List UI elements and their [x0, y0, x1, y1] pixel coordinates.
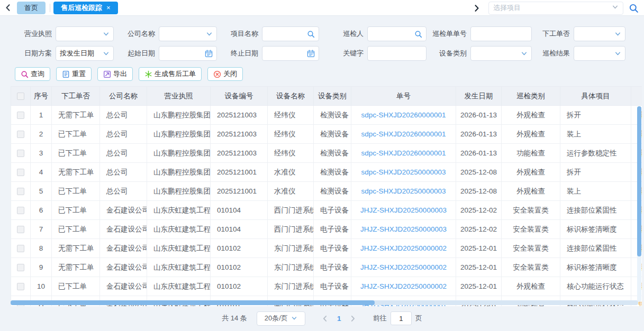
- row-checkbox[interactable]: [17, 169, 24, 176]
- page-size-select[interactable]: 20条/页: [257, 311, 305, 326]
- row-checkbox[interactable]: [17, 226, 24, 233]
- filter-label: 终止日期: [228, 49, 258, 58]
- search-icon: [414, 30, 422, 38]
- row-checkbox-cell: [11, 239, 31, 258]
- order-number-link[interactable]: sdpc-SHXJD20250000003: [361, 187, 446, 195]
- filter-select[interactable]: [574, 46, 625, 61]
- column-header: 发生日期: [456, 87, 502, 106]
- goto-page-input[interactable]: [391, 311, 412, 325]
- vertical-scrollbar-track[interactable]: [637, 106, 641, 302]
- table-cell: sdpc-SHXJD20250000003: [351, 163, 456, 182]
- table-cell: sdpc-SHXJD20260000001: [351, 125, 456, 144]
- table-cell: 5: [31, 182, 52, 201]
- table-cell: 标识标签清晰度: [560, 258, 631, 277]
- table-header-row: 序号下工单否公司名称营业执照设备编号设备名称设备类别单号发生日期巡检类别具体项目: [11, 87, 642, 106]
- order-number-link[interactable]: JHJZ-SHXJD20250000003: [360, 206, 447, 214]
- generate-work-order-button[interactable]: 生成售后工单: [139, 67, 202, 81]
- table-cell: 010104: [211, 220, 268, 239]
- column-header: 营业执照: [147, 87, 211, 106]
- search-icon[interactable]: [629, 3, 639, 13]
- row-checkbox[interactable]: [17, 188, 24, 195]
- order-number-link[interactable]: JHJZ-SHXJD20250000003: [360, 225, 447, 233]
- chevron-right-icon[interactable]: [470, 2, 482, 14]
- select-all-checkbox[interactable]: [17, 93, 24, 100]
- table-cell: 外观检查: [502, 182, 560, 201]
- table-cell: 东门门进系统: [268, 239, 314, 258]
- search-icon: [307, 30, 315, 38]
- filter-search-input[interactable]: [262, 26, 319, 41]
- table-cell: 山东鹏程控股集团有限公司: [147, 125, 211, 144]
- column-header: 公司名称: [100, 87, 147, 106]
- order-number-link[interactable]: JHJZ-SHXJD20250000002: [360, 263, 447, 271]
- table-row: 4无需下工单总公司山东鹏程控股集团有限公司2025121001水准仪检测设备sd…: [11, 163, 642, 182]
- filter-select[interactable]: [159, 26, 217, 41]
- filter-search-input[interactable]: [367, 26, 427, 41]
- column-header: 设备编号: [211, 87, 268, 106]
- table-row: 5已下工单总公司山东鹏程控股集团有限公司2025121001水准仪检测设备sdp…: [11, 182, 642, 201]
- export-button[interactable]: 导出: [97, 67, 133, 81]
- horizontal-scrollbar-track[interactable]: [11, 300, 638, 305]
- chevron-left-icon[interactable]: [2, 2, 14, 14]
- next-page-icon[interactable]: [347, 312, 359, 325]
- asterisk-icon: [144, 70, 152, 78]
- order-number-link[interactable]: sdpc-SHXJD20260000001: [361, 130, 446, 138]
- filter-text-input[interactable]: [367, 46, 427, 61]
- close-button[interactable]: 关闭: [207, 67, 243, 81]
- horizontal-scrollbar-thumb[interactable]: [11, 300, 375, 305]
- filter-input-field[interactable]: [475, 30, 528, 38]
- order-number-link[interactable]: sdpc-SHXJD20260000001: [361, 111, 446, 119]
- filter-select[interactable]: 按发生日期: [56, 46, 114, 61]
- filter-label: 巡检结果: [540, 49, 570, 58]
- filter-date-input[interactable]: [262, 46, 319, 61]
- filter-input-field[interactable]: [163, 50, 203, 58]
- tab-after-sales-inspection[interactable]: 售后巡检跟踪 ×: [53, 2, 118, 14]
- row-checkbox-cell: [11, 144, 31, 163]
- tab-divider: [50, 4, 50, 12]
- row-checkbox[interactable]: [17, 207, 24, 214]
- order-number-link[interactable]: sdpc-SHXJD20260000001: [361, 149, 446, 157]
- table-cell: 电子设备: [314, 258, 351, 277]
- tab-close-icon[interactable]: ×: [106, 4, 111, 12]
- table-row: 3已下工单总公司山东鹏程控股集团有限公司2025121003经纬仪检测设备sdp…: [11, 144, 642, 163]
- table-cell: 山东鹏程控股集团有限公司: [147, 163, 211, 182]
- row-checkbox[interactable]: [17, 112, 24, 119]
- row-checkbox[interactable]: [17, 245, 24, 252]
- goto-label: 前往: [373, 314, 387, 323]
- order-number-link[interactable]: JHJZ-SHXJD20250000002: [360, 282, 447, 290]
- filter-panel: 营业执照公司名称项目名称巡检人巡检单单号下工单否日期方案按发生日期起始日期终止日…: [0, 16, 644, 86]
- table-cell: JHJZ-SHXJD20250000002: [351, 239, 456, 258]
- filter-input-field[interactable]: [266, 30, 305, 38]
- table-cell: 西门门进系统: [268, 220, 314, 239]
- reset-button[interactable]: 重置: [56, 67, 92, 81]
- query-button[interactable]: 查询: [15, 67, 50, 81]
- project-select[interactable]: 选择项目: [488, 2, 623, 15]
- vertical-scrollbar-thumb[interactable]: [637, 106, 641, 256]
- table-cell: 拆开: [560, 106, 631, 125]
- filter-select[interactable]: [574, 26, 625, 41]
- order-number-link[interactable]: JHJZ-SHXJD20250000002: [360, 244, 447, 252]
- table-cell: 2025121003: [211, 144, 268, 163]
- table-cell: 总公司: [100, 163, 147, 182]
- row-checkbox[interactable]: [17, 283, 24, 290]
- filter-input-field[interactable]: [371, 30, 412, 38]
- row-checkbox[interactable]: [17, 150, 24, 157]
- table-cell: 标识标签清晰度: [560, 220, 631, 239]
- prev-page-icon[interactable]: [319, 312, 332, 325]
- filter-input-field[interactable]: [266, 50, 305, 58]
- column-header: 设备类别: [314, 87, 351, 106]
- row-checkbox[interactable]: [17, 131, 24, 138]
- order-number-link[interactable]: sdpc-SHXJD20250000003: [361, 168, 446, 176]
- project-select-placeholder: 选择项目: [493, 3, 612, 13]
- filter-date-input[interactable]: [159, 46, 217, 61]
- table-cell: 安全装置类: [502, 239, 560, 258]
- current-page-number[interactable]: 1: [332, 315, 347, 323]
- row-checkbox[interactable]: [17, 264, 24, 271]
- filter-text-input[interactable]: [470, 26, 532, 41]
- filter-input-field[interactable]: [371, 50, 422, 58]
- filter-select[interactable]: [470, 46, 532, 61]
- table-cell: 功能检查: [502, 144, 560, 163]
- table-cell: 检测设备: [314, 106, 351, 125]
- table-cell: 外观检查: [502, 277, 560, 296]
- tab-home[interactable]: 首页: [17, 2, 46, 14]
- filter-select[interactable]: [56, 26, 114, 41]
